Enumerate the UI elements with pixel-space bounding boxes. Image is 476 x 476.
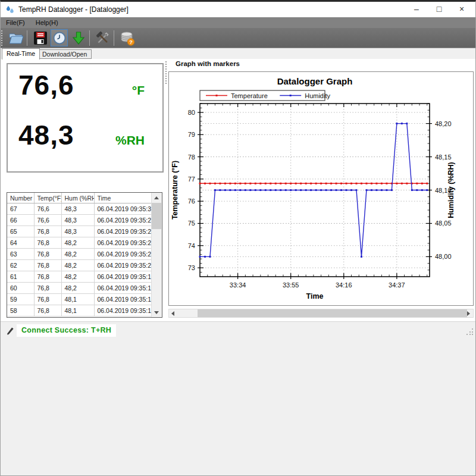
- table-cell: 06.04.2019 09:35:14: [94, 294, 152, 305]
- table-row[interactable]: 6476,848,206.04.2019 09:35:25: [7, 237, 152, 249]
- scroll-up-arrow-icon[interactable]: [152, 193, 161, 202]
- table-cell: 76,6: [34, 203, 61, 215]
- table-cell: 06.04.2019 09:35:18: [94, 271, 152, 283]
- table-cell: 48,1: [61, 294, 94, 305]
- svg-text:48,20: 48,20: [435, 120, 452, 127]
- tab-download-open[interactable]: Download/Open: [37, 49, 92, 59]
- scroll-right-arrow-icon[interactable]: [464, 309, 473, 317]
- table-row[interactable]: 6276,848,206.04.2019 09:35:21: [7, 260, 152, 271]
- window-title: TempRH Datalogger - [Datalogger]: [18, 2, 129, 17]
- table-cell: 48,3: [61, 215, 94, 226]
- title-bar: TempRH Datalogger - [Datalogger] – □ ×: [1, 2, 475, 17]
- table-cell: 66: [7, 215, 34, 226]
- settings-tools-button[interactable]: [94, 29, 111, 46]
- table-cell: 61: [7, 271, 34, 283]
- svg-text:33:55: 33:55: [283, 281, 299, 289]
- table-row[interactable]: 6176,848,206.04.2019 09:35:18: [7, 271, 152, 283]
- table-cell: 59: [7, 294, 34, 305]
- table-scrollbar[interactable]: [151, 193, 162, 317]
- table-row[interactable]: 6776,648,306.04.2019 09:35:31: [7, 203, 152, 215]
- pen-connector-icon: [6, 326, 15, 335]
- open-folder-icon: [8, 31, 24, 45]
- svg-text:74: 74: [188, 242, 195, 249]
- column-header[interactable]: Hum (%RH): [61, 193, 94, 203]
- close-button[interactable]: ×: [450, 2, 473, 17]
- table-cell: 48,3: [61, 203, 94, 215]
- table-scrollbar-thumb[interactable]: [152, 203, 161, 229]
- menu-file[interactable]: File(F): [1, 17, 30, 28]
- table-cell: 76,8: [34, 260, 61, 271]
- svg-text:78: 78: [188, 154, 195, 161]
- table-row[interactable]: 5876,848,106.04.2019 09:35:12: [7, 305, 152, 317]
- table-cell: 06.04.2019 09:35:12: [94, 305, 152, 317]
- tab-real-time[interactable]: Real-Time: [2, 48, 40, 60]
- database-help-icon: ?: [120, 30, 135, 46]
- table-cell: 06.04.2019 09:35:29: [94, 215, 152, 226]
- toolbar-separator: [89, 30, 90, 46]
- toolbar: ?: [1, 28, 475, 48]
- svg-text:73: 73: [188, 264, 195, 271]
- table-cell: 48,2: [61, 249, 94, 260]
- table-row[interactable]: 6376,848,206.04.2019 09:35:23: [7, 249, 152, 260]
- graph-panel: 737475767778798048,0048,0548,1048,1548,2…: [168, 71, 474, 306]
- table-cell: 48,3: [61, 226, 94, 237]
- table-cell: 06.04.2019 09:35:25: [94, 237, 152, 249]
- svg-text:Datalogger Graph: Datalogger Graph: [277, 76, 353, 86]
- svg-text:33:34: 33:34: [230, 281, 246, 289]
- humidity-unit: %RH: [115, 133, 145, 148]
- status-bar: Connect Success: T+RH: [1, 321, 475, 339]
- data-table: NumberTemp(°F)Hum (%RH)Time 6776,648,306…: [7, 193, 152, 317]
- table-cell: 48,2: [61, 237, 94, 249]
- graph-hscrollbar-thumb[interactable]: [198, 309, 467, 317]
- table-cell: 76,6: [34, 215, 61, 226]
- svg-text:48,15: 48,15: [435, 154, 452, 161]
- table-cell: 58: [7, 305, 34, 317]
- app-logo-icon: [5, 5, 15, 14]
- column-header[interactable]: Time: [94, 193, 152, 203]
- resize-grip[interactable]: [466, 328, 474, 336]
- table-cell: 76,8: [34, 271, 61, 283]
- svg-text:Humidity (%RH): Humidity (%RH): [447, 162, 455, 218]
- column-header[interactable]: Number: [7, 193, 34, 203]
- maximize-button[interactable]: □: [428, 2, 450, 17]
- device-info-button[interactable]: ?: [118, 29, 136, 46]
- table-cell: 62: [7, 260, 34, 271]
- scroll-left-arrow-icon[interactable]: [169, 309, 178, 317]
- status-message: Connect Success: T+RH: [17, 324, 116, 337]
- table-cell: 76,8: [34, 237, 61, 249]
- window-controls: – □ ×: [405, 2, 473, 17]
- clock-icon: [52, 31, 67, 45]
- download-button[interactable]: [70, 29, 87, 46]
- menu-help[interactable]: Help(H): [30, 17, 64, 28]
- graph-hscrollbar[interactable]: [168, 309, 474, 318]
- tab-bar: Real-Time Download/Open: [1, 48, 475, 59]
- app-window: TempRH Datalogger - [Datalogger] – □ × F…: [0, 0, 476, 476]
- svg-text:79: 79: [188, 131, 195, 138]
- log-table-panel: NumberTemp(°F)Hum (%RH)Time 6776,648,306…: [7, 192, 162, 318]
- save-button[interactable]: [32, 29, 49, 46]
- table-row[interactable]: 6576,848,306.04.2019 09:35:27: [7, 226, 152, 237]
- svg-text:Time: Time: [306, 292, 324, 300]
- table-row[interactable]: 6076,848,206.04.2019 09:35:16: [7, 283, 152, 294]
- table-cell: 48,1: [61, 305, 94, 317]
- toolbar-grip: [1, 30, 5, 46]
- column-header[interactable]: Temp(°F): [34, 193, 61, 203]
- scroll-down-arrow-icon[interactable]: [152, 308, 161, 317]
- table-row[interactable]: 5976,848,106.04.2019 09:35:14: [7, 294, 152, 305]
- svg-text:80: 80: [188, 109, 195, 116]
- realtime-clock-button[interactable]: [51, 29, 68, 46]
- table-cell: 48,2: [61, 271, 94, 283]
- table-row[interactable]: 6676,648,306.04.2019 09:35:29: [7, 215, 152, 226]
- save-icon: [33, 31, 48, 45]
- svg-text:34:16: 34:16: [336, 281, 352, 289]
- tools-icon: [95, 30, 111, 46]
- table-cell: 76,8: [34, 294, 61, 305]
- table-cell: 06.04.2019 09:35:27: [94, 226, 152, 237]
- svg-text:?: ?: [129, 39, 133, 45]
- minimize-button[interactable]: –: [405, 2, 428, 17]
- table-cell: 48,2: [61, 260, 94, 271]
- temperature-unit: °F: [132, 83, 145, 98]
- table-cell: 76,8: [34, 305, 61, 317]
- svg-text:Temperature (°F): Temperature (°F): [171, 161, 179, 220]
- open-file-button[interactable]: [7, 29, 24, 46]
